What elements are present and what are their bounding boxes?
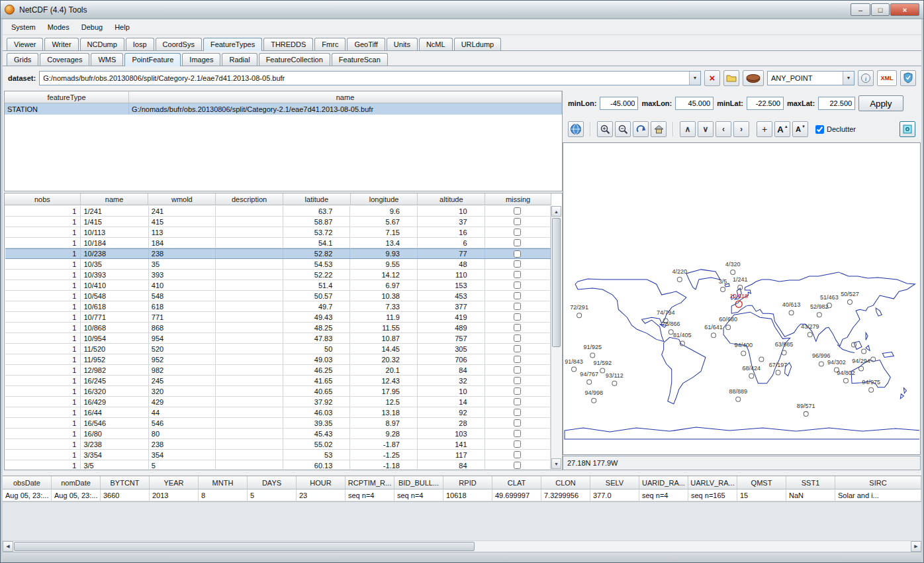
column-header-bytcnt[interactable]: BYTCNT <box>101 476 150 489</box>
station-row[interactable]: 110/353554.539.5548 <box>5 259 551 270</box>
map-canvas[interactable]: 4/3204/2203/51/24110/61851/46350/52772/2… <box>563 142 921 455</box>
pan-left-button[interactable]: ‹ <box>716 121 731 137</box>
missing-checkbox[interactable] <box>514 409 521 416</box>
map-marker[interactable]: 43/279 <box>801 323 819 337</box>
missing-checkbox[interactable] <box>514 334 521 342</box>
zoom-out-button[interactable] <box>615 121 631 137</box>
menu-help[interactable]: Help <box>109 21 136 34</box>
map-marker[interactable]: 61/641 <box>704 324 723 338</box>
tab-images[interactable]: Images <box>182 53 220 66</box>
missing-checkbox[interactable] <box>514 387 521 395</box>
column-header-hour[interactable]: HOUR <box>297 476 346 489</box>
missing-checkbox[interactable] <box>514 313 521 321</box>
column-header-sirc[interactable]: SIRC <box>835 476 921 489</box>
column-header-clon[interactable]: CLON <box>541 476 590 489</box>
missing-checkbox[interactable] <box>514 260 521 268</box>
column-header-featuretype[interactable]: featureType <box>5 91 129 103</box>
station-row[interactable]: 111/5205205014.45305 <box>5 344 551 354</box>
missing-checkbox[interactable] <box>514 451 521 458</box>
home-button[interactable] <box>651 121 667 137</box>
station-row[interactable]: 116/24524541.6512.4332 <box>5 376 551 386</box>
column-header-wmold[interactable]: wmold <box>148 193 216 205</box>
map-marker[interactable]: 91/843 <box>565 358 583 372</box>
chevron-down-icon[interactable]: ▼ <box>689 72 700 85</box>
tab-units[interactable]: Units <box>387 38 418 50</box>
pan-up-button[interactable]: ∧ <box>680 121 696 137</box>
station-row[interactable]: 110/41041051.46.97153 <box>5 280 551 291</box>
tab-radial[interactable]: Radial <box>222 53 257 66</box>
station-row[interactable]: 110/39339352.2214.12110 <box>5 270 551 280</box>
column-header-name[interactable]: name <box>129 91 562 103</box>
missing-checkbox[interactable] <box>514 440 521 448</box>
tab-fmrc[interactable]: Fmrc <box>314 38 346 50</box>
tab-coordsys[interactable]: CoordSys <box>156 38 202 50</box>
station-row[interactable]: 13/35435453-1.25117 <box>5 450 551 460</box>
column-header-rpid[interactable]: RPID <box>443 476 492 489</box>
scroll-left-button[interactable]: ◀ <box>3 541 13 552</box>
chevron-down-icon[interactable]: ▼ <box>843 72 854 85</box>
obs-row[interactable]: Aug 05, 23:...Aug 05, 23:...366020138523… <box>3 489 921 501</box>
feature-type-combobox[interactable]: ANY_POINT ▼ <box>767 71 855 85</box>
scroll-right-button[interactable]: ▶ <box>911 541 921 552</box>
column-header-rcptim-r[interactable]: RCPTIM_R... <box>346 476 394 489</box>
tab-writer[interactable]: Writer <box>44 38 78 50</box>
map-marker[interactable]: 4/220 <box>672 268 688 282</box>
column-header-bid-bull[interactable]: BID_BULL... <box>394 476 443 489</box>
column-header-days[interactable]: DAYS <box>248 476 297 489</box>
map-marker-selected[interactable]: 10/618 <box>729 293 748 307</box>
font-increase-button[interactable]: A▲ <box>774 121 790 137</box>
pan-down-button[interactable]: ∨ <box>698 121 714 137</box>
maximize-button[interactable]: □ <box>871 3 890 16</box>
tab-featurescan[interactable]: FeatureScan <box>332 53 388 66</box>
station-row[interactable]: 110/77177149.4311.9419 <box>5 312 551 323</box>
column-header-description[interactable]: description <box>216 193 283 205</box>
missing-checkbox[interactable] <box>514 430 521 437</box>
scroll-up-button[interactable]: ▲ <box>551 206 561 217</box>
max-lat-field[interactable] <box>818 97 855 110</box>
zoom-previous-button[interactable] <box>633 121 649 137</box>
font-decrease-button[interactable]: A▼ <box>792 121 808 137</box>
minimize-button[interactable]: – <box>851 3 870 16</box>
station-row[interactable]: 110/18418454.113.46 <box>5 238 551 248</box>
missing-checkbox[interactable] <box>514 345 521 352</box>
tab-featurecollection[interactable]: FeatureCollection <box>259 53 330 66</box>
missing-checkbox[interactable] <box>514 282 521 289</box>
map-marker[interactable]: 93/112 <box>606 372 624 386</box>
missing-checkbox[interactable] <box>514 207 521 215</box>
column-header-clat[interactable]: CLAT <box>492 476 541 489</box>
tab-ncml[interactable]: NcML <box>419 38 453 50</box>
station-display-button[interactable] <box>900 121 915 137</box>
missing-checkbox[interactable] <box>514 229 521 236</box>
feature-row[interactable]: STATIONG:/nomads/bufr/obs.20130806/split… <box>5 103 562 115</box>
station-row[interactable]: 110/95495447.8310.87757 <box>5 333 551 344</box>
menu-modes[interactable]: Modes <box>42 21 75 34</box>
map-marker[interactable]: 94/767 <box>580 371 598 385</box>
station-row[interactable]: 110/11311353.727.1516 <box>5 227 551 238</box>
close-button[interactable]: × <box>890 3 919 16</box>
apply-button[interactable]: Apply <box>858 95 903 111</box>
clear-dataset-button[interactable]: × <box>704 70 720 86</box>
declutter-checkbox[interactable] <box>815 125 824 134</box>
xml-button[interactable]: XML <box>877 70 897 86</box>
column-header-uarlv-ra[interactable]: UARLV_RA... <box>688 476 737 489</box>
station-row[interactable]: 110/23823852.829.9377 <box>5 248 551 259</box>
column-header-uarid-ra[interactable]: UARID_RA... <box>639 476 688 489</box>
station-row[interactable]: 116/32032040.6517.9510 <box>5 386 551 397</box>
station-row[interactable]: 110/61861849.77.33377 <box>5 301 551 312</box>
map-marker[interactable]: 68/424 <box>742 365 761 379</box>
tab-iosp[interactable]: Iosp <box>126 38 154 50</box>
map-marker[interactable]: 88/889 <box>729 388 747 402</box>
menu-system[interactable]: System <box>5 21 42 34</box>
station-row[interactable]: 116/444446.0313.1892 <box>5 407 551 418</box>
tab-urldump[interactable]: URLdump <box>454 38 502 50</box>
missing-checkbox[interactable] <box>514 250 521 258</box>
map-marker[interactable]: 94/975 <box>862 379 880 393</box>
tab-ncdump[interactable]: NCDump <box>80 38 124 50</box>
map-marker[interactable]: 94/802 <box>837 370 855 384</box>
min-lat-field[interactable] <box>747 97 784 110</box>
min-lon-field[interactable] <box>600 97 638 110</box>
info-button[interactable]: i <box>858 70 874 86</box>
column-header-obsdate[interactable]: obsDate <box>3 476 52 489</box>
map-marker[interactable]: 89/571 <box>797 403 815 417</box>
tab-viewer[interactable]: Viewer <box>7 38 43 50</box>
